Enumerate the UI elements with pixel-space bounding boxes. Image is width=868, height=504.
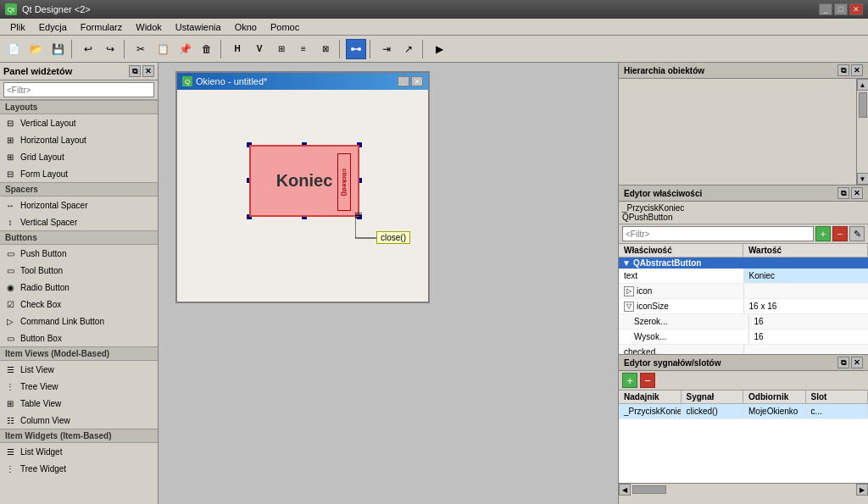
- panel-close-button[interactable]: ✕: [142, 65, 154, 77]
- signal-add-button[interactable]: +: [622, 373, 637, 388]
- property-table: Właściwość Wartość ▼ QAbstractButton tex…: [619, 244, 868, 354]
- menu-formularz[interactable]: Formularz: [74, 21, 130, 33]
- redo-button[interactable]: ↪: [100, 39, 120, 59]
- koniec-button[interactable]: Koniec clicked(): [249, 145, 359, 217]
- hierarchy-float-button[interactable]: ⧉: [837, 64, 849, 76]
- widget-list-view[interactable]: ☰ List View: [0, 361, 158, 378]
- scroll-thumb[interactable]: [859, 92, 867, 118]
- widget-check-box[interactable]: ☑ Check Box: [0, 296, 158, 313]
- signal-close-button[interactable]: ✕: [851, 357, 863, 368]
- prop-value-width: 16: [749, 314, 869, 329]
- tab-order-button[interactable]: ⇥: [376, 39, 397, 59]
- cut-button[interactable]: ✂: [131, 39, 151, 59]
- widget-column-view[interactable]: ☷ Column View: [0, 412, 158, 429]
- form-layout-icon: ⊟: [3, 167, 17, 180]
- property-edit-button[interactable]: ✎: [849, 226, 865, 241]
- widget-tool-button[interactable]: ▭ Tool Button: [0, 262, 158, 279]
- menu-okno[interactable]: Okno: [228, 21, 264, 33]
- property-close-button[interactable]: ✕: [851, 187, 863, 199]
- list-item[interactable]: _PrzyciskKoniec clicked() MojeOkienko c.…: [619, 404, 868, 419]
- minimize-button[interactable]: _: [819, 3, 832, 15]
- open-button[interactable]: 📂: [25, 39, 46, 59]
- signal-toolbar: + −: [619, 371, 868, 390]
- expand-icon[interactable]: ▷: [624, 286, 634, 296]
- widget-command-link[interactable]: ▷ Command Link Button: [0, 313, 158, 330]
- buddy-button[interactable]: ↗: [398, 39, 419, 59]
- slot-label: close(): [376, 231, 410, 244]
- widget-tree-widget[interactable]: ⋮ Tree Widget: [0, 460, 158, 477]
- hierarchy-scrollbar-v[interactable]: ▲ ▼: [856, 79, 868, 185]
- layout-form-button[interactable]: ≡: [293, 39, 314, 59]
- new-button[interactable]: 📄: [3, 39, 24, 59]
- widget-button-box[interactable]: ▭ Button Box: [0, 330, 158, 346]
- list-item[interactable]: text Koniec: [619, 269, 868, 284]
- menu-edycja[interactable]: Edycja: [32, 21, 74, 33]
- scroll-thumb-h[interactable]: [632, 485, 666, 494]
- signal-indicator: clicked(): [337, 153, 351, 211]
- form-close[interactable]: ✕: [411, 76, 423, 86]
- property-filter-input[interactable]: [622, 226, 814, 241]
- widget-filter-input[interactable]: [3, 82, 154, 97]
- list-item[interactable]: Szerok... 16: [619, 314, 868, 330]
- signal-slot: c...: [806, 404, 869, 418]
- widget-list-widget[interactable]: ☰ List Widget: [0, 443, 158, 460]
- close-button[interactable]: ✕: [849, 3, 863, 15]
- widget-grid-layout[interactable]: ⊞ Grid Layout: [0, 148, 158, 165]
- layout-grid-button[interactable]: ⊞: [271, 39, 292, 59]
- widget-push-button[interactable]: ▭ Push Button: [0, 245, 158, 262]
- scroll-right[interactable]: ▶: [856, 484, 868, 496]
- expand-iconsize[interactable]: ▽: [624, 302, 634, 312]
- signal-float-button[interactable]: ⧉: [837, 357, 849, 368]
- panel-float-button[interactable]: ⧉: [129, 65, 141, 77]
- hierarchy-close-button[interactable]: ✕: [851, 64, 863, 76]
- panel-title: Panel widżetów: [3, 66, 72, 76]
- widget-table-view[interactable]: ⊞ Table View: [0, 395, 158, 412]
- widget-list: Layouts ⊟ Vertical Layout ⊞ Horizontal L…: [0, 100, 158, 504]
- save-button[interactable]: 💾: [47, 39, 68, 59]
- scroll-down[interactable]: ▼: [857, 173, 869, 185]
- list-item[interactable]: checked...: [619, 345, 868, 354]
- widget-form-layout[interactable]: ⊟ Form Layout: [0, 165, 158, 182]
- vertical-spacer-icon: ↕: [3, 215, 17, 229]
- undo-button[interactable]: ↩: [78, 39, 98, 59]
- paste-button[interactable]: 📌: [175, 39, 195, 59]
- menu-ustawienia[interactable]: Ustawienia: [169, 21, 228, 33]
- push-button-icon: ▭: [3, 246, 17, 260]
- delete-button[interactable]: 🗑: [197, 39, 217, 59]
- copy-button[interactable]: 📋: [153, 39, 173, 59]
- signal-delete-button[interactable]: −: [640, 373, 655, 388]
- form-controls: _ ✕: [398, 76, 423, 86]
- list-item[interactable]: Wysok... 16: [619, 330, 868, 345]
- property-add-button[interactable]: +: [815, 226, 831, 241]
- signal-scrollbar-h: ◀ ▶: [619, 483, 868, 495]
- horizontal-layout-icon: ⊞: [3, 133, 17, 147]
- widget-horizontal-spacer[interactable]: ↔ Horizontal Spacer: [0, 197, 158, 213]
- list-item[interactable]: ▽ iconSize 16 x 16: [619, 299, 868, 314]
- preview-button[interactable]: ▶: [429, 39, 449, 59]
- scroll-up[interactable]: ▲: [857, 79, 869, 91]
- widget-vertical-layout[interactable]: ⊟ Vertical Layout: [0, 114, 158, 131]
- form-minimize[interactable]: _: [398, 76, 409, 86]
- property-delete-button[interactable]: −: [832, 226, 848, 241]
- section-item-widgets: Item Widgets (Item-Based): [0, 429, 158, 443]
- signal-col-receiver: Odbiornik: [743, 390, 806, 403]
- list-item[interactable]: ▷ icon: [619, 284, 868, 299]
- widget-tree-view[interactable]: ⋮ Tree View: [0, 378, 158, 395]
- menu-plik[interactable]: Plik: [3, 21, 32, 33]
- scroll-left[interactable]: ◀: [619, 484, 631, 496]
- widget-horizontal-layout[interactable]: ⊞ Horizontal Layout: [0, 131, 158, 148]
- signal-table-header: Nadajnik Sygnał Odbiornik Slot: [619, 390, 868, 404]
- edit-signals-button[interactable]: [346, 39, 366, 59]
- maximize-button[interactable]: □: [834, 3, 848, 15]
- property-float-button[interactable]: ⧉: [837, 187, 849, 199]
- form-content[interactable]: Koniec clicked(): [177, 90, 428, 302]
- menu-pomoc[interactable]: Pomoc: [264, 21, 306, 33]
- widget-radio-button[interactable]: ◉ Radio Button: [0, 279, 158, 296]
- layout-v-button[interactable]: V: [249, 39, 270, 59]
- toolbar-sep-4: [339, 40, 342, 58]
- break-layout-button[interactable]: ⊠: [315, 39, 336, 59]
- menu-widok[interactable]: Widok: [129, 21, 169, 33]
- widget-vertical-spacer[interactable]: ↕ Vertical Spacer: [0, 213, 158, 230]
- signal-connection: close(): [355, 213, 406, 257]
- layout-h-button[interactable]: H: [227, 39, 248, 59]
